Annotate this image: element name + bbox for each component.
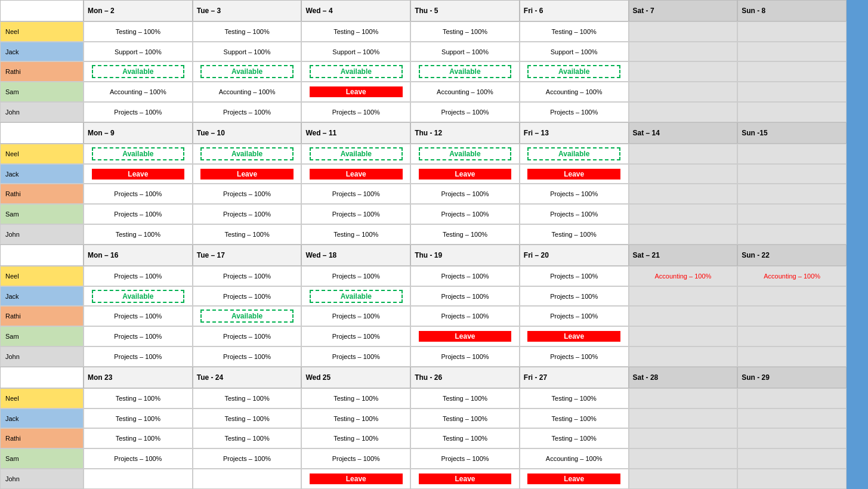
cell-0-1-1: Support – 100%: [193, 42, 302, 62]
cell-2-0-1: Projects – 100%: [193, 266, 302, 286]
person-name-sam: Sam: [0, 448, 84, 469]
cell-2-2-4: Projects – 100%: [520, 306, 629, 326]
cell-0-1-0: Support – 100%: [84, 42, 193, 62]
cell-2-1-0: Available: [84, 286, 193, 307]
cell-2-3-2: Projects – 100%: [301, 326, 410, 346]
day-header-0: [0, 244, 84, 266]
cell-3-4-6: [737, 469, 847, 489]
cell-2-4-2: Projects – 100%: [301, 346, 410, 367]
cell-3-3-2: Projects – 100%: [301, 448, 410, 469]
cell-1-0-2: Available: [301, 144, 410, 164]
cell-2-4-3: Projects – 100%: [410, 346, 520, 367]
cell-0-4-6: [737, 102, 847, 122]
cell-0-0-1: Testing – 100%: [193, 21, 302, 42]
cell-2-4-1: Projects – 100%: [193, 346, 302, 367]
cell-1-4-2: Testing – 100%: [301, 224, 410, 244]
person-name-john: John: [0, 224, 84, 244]
cell-0-4-0: Projects – 100%: [84, 102, 193, 122]
day-header-5: Fri – 20: [520, 244, 629, 266]
person-name-sam: Sam: [0, 204, 84, 224]
cell-0-3-4: Accounting – 100%: [520, 82, 629, 102]
cell-2-0-0: Projects – 100%: [84, 266, 193, 286]
cell-1-1-0: Leave: [84, 164, 193, 184]
cell-0-3-0: Accounting – 100%: [84, 82, 193, 102]
cell-1-3-4: Projects – 100%: [520, 204, 629, 224]
day-header-3: Wed – 4: [301, 0, 410, 21]
cell-3-4-0: [84, 469, 193, 489]
person-name-neel: Neel: [0, 144, 84, 164]
cell-3-0-2: Testing – 100%: [301, 388, 410, 408]
day-header-6: Sat – 14: [629, 122, 738, 144]
cell-2-0-4: Projects – 100%: [520, 266, 629, 286]
cell-2-1-4: Projects – 100%: [520, 286, 629, 307]
cell-2-4-4: Projects – 100%: [520, 346, 629, 367]
day-header-6: Sat – 21: [629, 244, 738, 266]
cell-0-3-2: Leave: [301, 82, 410, 102]
cell-2-2-6: [737, 306, 847, 326]
cell-2-0-3: Projects – 100%: [410, 266, 520, 286]
day-header-3: Wed 25: [301, 367, 410, 388]
day-header-7: Sun - 8: [737, 0, 847, 21]
cell-3-4-1: [193, 469, 302, 489]
cell-0-0-2: Testing – 100%: [301, 21, 410, 42]
cell-1-3-2: Projects – 100%: [301, 204, 410, 224]
cell-0-4-3: Projects – 100%: [410, 102, 520, 122]
cell-1-3-6: [737, 204, 847, 224]
cell-3-0-3: Testing – 100%: [410, 388, 520, 408]
cell-3-3-5: [629, 448, 738, 469]
day-header-2: Tue – 3: [193, 0, 302, 21]
cell-0-0-0: Testing – 100%: [84, 21, 193, 42]
cell-2-4-5: [629, 346, 738, 367]
person-name-jack: Jack: [0, 164, 84, 184]
month-label: [847, 0, 868, 489]
cell-1-1-3: Leave: [410, 164, 520, 184]
cell-0-1-4: Support – 100%: [520, 42, 629, 62]
person-name-rathi: Rathi: [0, 306, 84, 326]
cell-3-2-0: Testing – 100%: [84, 428, 193, 448]
cell-1-4-5: [629, 224, 738, 244]
day-header-2: Tue - 24: [193, 367, 302, 388]
cell-3-4-2: Leave: [301, 469, 410, 489]
cell-2-2-2: Projects – 100%: [301, 306, 410, 326]
cell-1-1-2: Leave: [301, 164, 410, 184]
cell-0-4-5: [629, 102, 738, 122]
cell-3-1-3: Testing – 100%: [410, 408, 520, 429]
person-name-sam: Sam: [0, 326, 84, 346]
cell-1-1-4: Leave: [520, 164, 629, 184]
cell-2-2-0: Projects – 100%: [84, 306, 193, 326]
cell-3-3-4: Accounting – 100%: [520, 448, 629, 469]
cell-3-3-1: Projects – 100%: [193, 448, 302, 469]
cell-3-1-0: Testing – 100%: [84, 408, 193, 429]
cell-3-0-0: Testing – 100%: [84, 388, 193, 408]
cell-1-0-4: Available: [520, 144, 629, 164]
calendar-area: Mon – 2Tue – 3Wed – 4Thu - 5Fri - 6Sat -…: [0, 0, 847, 489]
cell-1-0-6: [737, 144, 847, 164]
day-header-2: Tue – 17: [193, 244, 302, 266]
cell-1-0-5: [629, 144, 738, 164]
cell-1-1-6: [737, 164, 847, 184]
cell-3-1-6: [737, 408, 847, 429]
cell-1-3-5: [629, 204, 738, 224]
day-header-1: Mon – 9: [84, 122, 193, 144]
person-name-neel: Neel: [0, 388, 84, 408]
person-name-jack: Jack: [0, 42, 84, 62]
cell-3-2-6: [737, 428, 847, 448]
day-header-4: Thu - 19: [410, 244, 520, 266]
cell-2-1-3: Projects – 100%: [410, 286, 520, 307]
cell-1-1-1: Leave: [193, 164, 302, 184]
cell-1-4-0: Testing – 100%: [84, 224, 193, 244]
cell-0-1-3: Support – 100%: [410, 42, 520, 62]
day-header-1: Mon 23: [84, 367, 193, 388]
cell-1-3-1: Projects – 100%: [193, 204, 302, 224]
cell-2-0-2: Projects – 100%: [301, 266, 410, 286]
cell-3-1-5: [629, 408, 738, 429]
cell-2-2-5: [629, 306, 738, 326]
cell-3-4-3: Leave: [410, 469, 520, 489]
day-header-5: Fri - 6: [520, 0, 629, 21]
cell-1-4-6: [737, 224, 847, 244]
person-name-neel: Neel: [0, 21, 84, 42]
day-header-5: Fri – 13: [520, 122, 629, 144]
week-grid-2: Mon – 16Tue – 17Wed – 18Thu - 19Fri – 20…: [0, 244, 847, 367]
person-name-rathi: Rathi: [0, 184, 84, 204]
person-name-john: John: [0, 469, 84, 489]
